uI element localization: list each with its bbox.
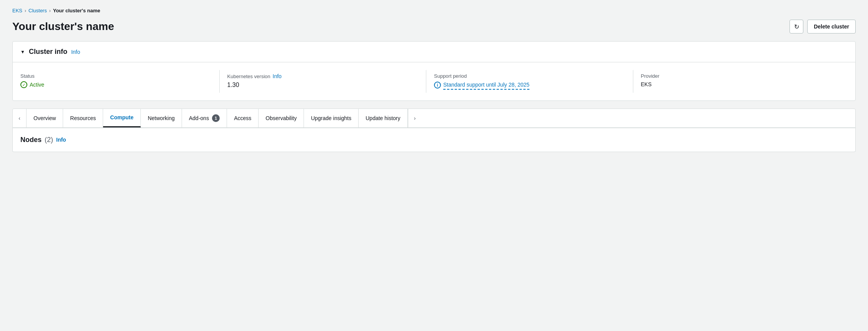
tab-overview[interactable]: Overview	[27, 109, 63, 127]
nodes-info-link[interactable]: Info	[56, 137, 66, 143]
k8s-version-field: Kubernetes version Info 1.30	[227, 70, 427, 93]
tab-observability-label: Observability	[265, 115, 297, 121]
tabs-row: ‹ Overview Resources Compute Networking …	[13, 109, 855, 128]
tab-access[interactable]: Access	[227, 109, 259, 127]
k8s-version-label: Kubernetes version Info	[227, 73, 419, 79]
nodes-header: Nodes (2) Info	[20, 136, 848, 144]
tab-addons-badge: 1	[212, 114, 220, 122]
status-field: Status ✓ Active	[20, 70, 220, 93]
cluster-info-fields: Status ✓ Active Kubernetes version Info …	[13, 62, 855, 100]
collapse-icon[interactable]: ▼	[20, 49, 25, 55]
provider-value: EKS	[641, 81, 840, 87]
tab-update-history[interactable]: Update history	[359, 109, 407, 127]
status-check-icon: ✓	[20, 81, 27, 88]
provider-label: Provider	[641, 73, 840, 79]
tab-upgrade-insights-label: Upgrade insights	[311, 115, 351, 121]
support-period-field: Support period i Standard support until …	[434, 70, 633, 93]
breadcrumb-eks-link[interactable]: EKS	[12, 8, 22, 13]
tab-update-history-label: Update history	[366, 115, 400, 121]
chevron-right-icon: ›	[414, 115, 416, 121]
refresh-button[interactable]: ↻	[790, 20, 803, 33]
tab-nav-prev[interactable]: ‹	[13, 109, 27, 127]
breadcrumb-clusters-link[interactable]: Clusters	[28, 8, 47, 13]
status-text: Active	[30, 82, 44, 88]
tab-resources[interactable]: Resources	[63, 109, 103, 127]
tabs-container: ‹ Overview Resources Compute Networking …	[12, 109, 856, 128]
tab-resources-label: Resources	[70, 115, 96, 121]
breadcrumb-separator-2: ›	[49, 8, 51, 13]
status-value: ✓ Active	[20, 81, 212, 88]
tab-compute[interactable]: Compute	[103, 109, 141, 127]
provider-field: Provider EKS	[641, 70, 848, 93]
tab-observability[interactable]: Observability	[259, 109, 304, 127]
tab-addons[interactable]: Add-ons 1	[182, 109, 227, 127]
tab-nav-next[interactable]: ›	[408, 109, 422, 127]
tab-networking[interactable]: Networking	[141, 109, 182, 127]
breadcrumb: EKS › Clusters › Your cluster's name	[12, 8, 856, 13]
page-title: Your cluster's name	[12, 20, 114, 33]
cluster-info-card: ▼ Cluster info Info Status ✓ Active Kube…	[12, 41, 856, 101]
delete-cluster-button[interactable]: Delete cluster	[807, 20, 856, 33]
tab-access-label: Access	[234, 115, 251, 121]
breadcrumb-separator-1: ›	[25, 8, 26, 13]
header-actions: ↻ Delete cluster	[790, 20, 856, 33]
tab-overview-label: Overview	[33, 115, 56, 121]
nodes-count: (2)	[45, 136, 53, 144]
tab-compute-label: Compute	[110, 114, 134, 120]
cluster-info-title: Cluster info	[29, 48, 67, 56]
tab-upgrade-insights[interactable]: Upgrade insights	[304, 109, 359, 127]
nodes-section: Nodes (2) Info	[12, 128, 856, 152]
cluster-info-header: ▼ Cluster info Info	[13, 42, 855, 62]
tab-networking-label: Networking	[148, 115, 175, 121]
k8s-version-value: 1.30	[227, 82, 419, 89]
support-period-label: Support period	[434, 73, 625, 79]
chevron-left-icon: ‹	[18, 115, 20, 121]
support-period-link[interactable]: Standard support until July 28, 2025	[443, 81, 529, 90]
breadcrumb-current: Your cluster's name	[53, 8, 100, 13]
support-info-icon: i	[434, 82, 441, 89]
nodes-title: Nodes	[20, 136, 42, 144]
cluster-info-link[interactable]: Info	[71, 49, 80, 55]
support-period-value: i Standard support until July 28, 2025	[434, 81, 625, 90]
page-header: Your cluster's name ↻ Delete cluster	[12, 20, 856, 33]
k8s-info-link[interactable]: Info	[273, 73, 282, 79]
tab-addons-label: Add-ons	[189, 115, 209, 121]
status-label: Status	[20, 73, 212, 79]
refresh-icon: ↻	[794, 23, 799, 30]
